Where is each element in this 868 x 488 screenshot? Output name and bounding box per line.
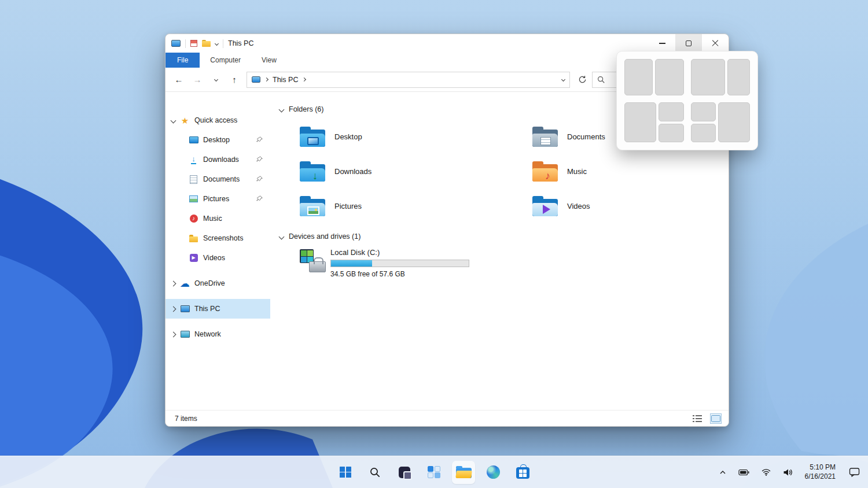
- titlebar[interactable]: This PC: [165, 34, 729, 53]
- sidebar-item-label: Downloads: [203, 156, 239, 164]
- disk-lock-icon: [309, 261, 326, 272]
- this-pc-icon: [171, 40, 181, 47]
- address-dropdown-chevron[interactable]: [561, 77, 565, 82]
- titlebar-separator: [223, 39, 223, 48]
- folder-videos[interactable]: Videos: [532, 193, 596, 219]
- sidebar-item-icon: [189, 194, 198, 204]
- refresh-icon: [578, 75, 587, 84]
- expand-chevron-icon[interactable]: [171, 306, 176, 312]
- large-icons-view-glyph: [711, 415, 720, 422]
- wifi-icon: [762, 468, 771, 476]
- sidebar-documents[interactable]: Documents: [165, 169, 270, 189]
- sidebar-item-label: Music: [203, 215, 222, 223]
- drive-icon: [299, 248, 327, 273]
- taskbar-search-button[interactable]: [363, 461, 387, 484]
- properties-icon[interactable]: [190, 40, 197, 47]
- snap-layout-stack-left-main-right[interactable]: [691, 102, 751, 142]
- address-bar[interactable]: This PC: [247, 72, 570, 88]
- collapse-chevron-icon[interactable]: [279, 106, 285, 112]
- tab-file[interactable]: File: [165, 53, 200, 68]
- new-folder-icon[interactable]: [202, 40, 211, 47]
- forward-icon: →: [193, 75, 202, 84]
- snap-layout-two-wide-left[interactable]: [691, 59, 751, 95]
- system-tray: 5:10 PM 6/16/2021: [717, 456, 862, 488]
- tab-computer[interactable]: Computer: [200, 53, 251, 68]
- expand-chevron-icon[interactable]: [171, 280, 176, 286]
- window-title: This PC: [228, 39, 253, 47]
- caption-buttons: [649, 34, 729, 53]
- folder-icon: [299, 161, 326, 182]
- refresh-button[interactable]: [573, 71, 591, 88]
- tab-view[interactable]: View: [251, 53, 287, 68]
- maximize-icon: [686, 40, 692, 46]
- widgets-button[interactable]: [422, 461, 446, 484]
- view-buttons: [692, 413, 722, 424]
- details-view-glyph: [693, 415, 702, 422]
- large-icons-view-icon[interactable]: [710, 413, 722, 424]
- sidebar-quick-access[interactable]: Quick access: [165, 110, 270, 130]
- volume-button[interactable]: [781, 466, 795, 479]
- snap-layout-two-equal[interactable]: [624, 59, 684, 95]
- details-view-icon[interactable]: [692, 413, 703, 424]
- sidebar-pictures[interactable]: Pictures: [165, 189, 270, 209]
- sidebar-item-label: This PC: [194, 305, 220, 313]
- network-button[interactable]: [759, 466, 773, 478]
- snap-pane: [691, 124, 716, 143]
- titlebar-separator: [185, 39, 186, 48]
- folder-name: Videos: [567, 202, 590, 210]
- minimize-button[interactable]: [649, 34, 675, 53]
- recent-locations-button[interactable]: [207, 71, 225, 88]
- file-explorer-icon: [456, 466, 472, 478]
- folder-desktop[interactable]: Desktop: [299, 123, 368, 150]
- folder-name: Downloads: [334, 167, 372, 176]
- snap-layout-main-left-stack-right[interactable]: [624, 102, 684, 142]
- breadcrumb-chevron[interactable]: [302, 77, 306, 82]
- breadcrumb-chevron[interactable]: [264, 77, 269, 82]
- sidebar-onedrive[interactable]: OneDrive: [165, 273, 270, 293]
- forward-button[interactable]: →: [189, 71, 206, 88]
- collapse-chevron-icon[interactable]: [279, 234, 285, 239]
- folder-pictures[interactable]: Pictures: [299, 193, 367, 219]
- sidebar-item-icon: [189, 175, 198, 184]
- up-button[interactable]: ↑: [226, 71, 243, 88]
- file-explorer-button[interactable]: [452, 461, 475, 484]
- expand-chevron-icon[interactable]: [171, 117, 176, 123]
- edge-icon: [487, 465, 500, 479]
- back-button[interactable]: ←: [170, 71, 187, 88]
- edge-button[interactable]: [481, 461, 505, 484]
- battery-icon: [738, 469, 749, 476]
- folder-downloads[interactable]: Downloads: [299, 158, 377, 184]
- folders-header-label: Folders (6): [289, 105, 323, 113]
- qat-customize-chevron[interactable]: [215, 41, 219, 45]
- sidebar-network[interactable]: Network: [165, 324, 270, 344]
- sidebar-this-pc[interactable]: This PC: [165, 299, 270, 319]
- snap-pane: [691, 59, 725, 95]
- expand-chevron-icon[interactable]: [171, 331, 176, 337]
- search-icon: [369, 467, 381, 478]
- breadcrumb-this-pc[interactable]: This PC: [273, 76, 298, 84]
- task-view-button[interactable]: [393, 461, 416, 484]
- folder-documents[interactable]: Documents: [532, 123, 611, 150]
- taskbar-clock[interactable]: 5:10 PM 6/16/2021: [805, 463, 836, 481]
- sidebar-music[interactable]: Music: [165, 209, 270, 228]
- maximize-button[interactable]: [675, 34, 702, 53]
- sidebar-videos[interactable]: Videos: [165, 248, 270, 268]
- sidebar-item-label: Videos: [203, 254, 225, 262]
- close-button[interactable]: [702, 34, 729, 53]
- folder-name: Desktop: [334, 132, 362, 141]
- hidden-icons-button[interactable]: [717, 467, 729, 478]
- notifications-button[interactable]: [847, 465, 862, 479]
- store-button[interactable]: [511, 461, 534, 484]
- drive-local-disk-c[interactable]: Local Disk (C:) 34.5 GB free of 57.6 GB: [299, 248, 469, 278]
- items-count: 7 items: [175, 415, 197, 423]
- clock-time: 5:10 PM: [805, 463, 836, 472]
- folder-music[interactable]: Music: [532, 158, 593, 184]
- sidebar-desktop[interactable]: Desktop: [165, 130, 270, 150]
- folder-name: Music: [567, 167, 587, 176]
- devices-section-header[interactable]: Devices and drives (1): [279, 232, 717, 241]
- start-button[interactable]: [334, 461, 357, 484]
- sidebar-downloads[interactable]: Downloads: [165, 150, 270, 169]
- sidebar-screenshots[interactable]: Screenshots: [165, 228, 270, 248]
- battery-button[interactable]: [736, 467, 752, 478]
- pin-icon: [256, 175, 263, 183]
